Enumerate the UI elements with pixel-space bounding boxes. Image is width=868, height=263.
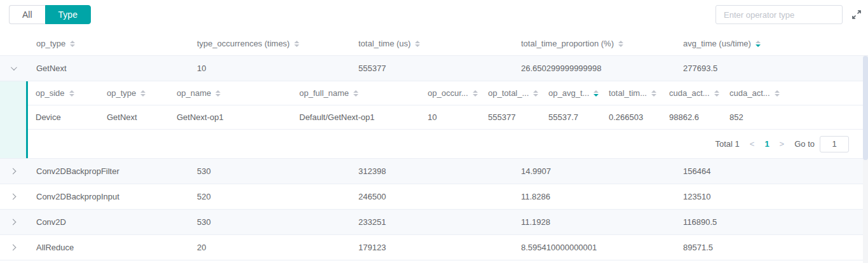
col-total-time: total_time (us) — [348, 39, 510, 48]
detail-table-row[interactable]: Device GetNext GetNext-op1 Default/GetNe… — [28, 105, 868, 130]
table-row-conv2d[interactable]: Conv2D 530 233251 11.1928 116890.5 — [0, 210, 868, 235]
expand-row-icon[interactable] — [0, 184, 25, 209]
col-total-time-prop2-label: total_tim... — [609, 88, 647, 98]
expand-accent-bar — [26, 81, 28, 158]
col-avg-time-label: avg_time (us/time) — [683, 39, 751, 48]
col-op-occurrences-label: op_occur... — [428, 88, 468, 98]
cell-op-type: GetNext — [25, 64, 186, 73]
col-type-occurrences: type_occurrences (times) — [186, 39, 348, 48]
collapse-row-icon[interactable] — [0, 56, 25, 81]
cell-total-time: 312398 — [348, 166, 510, 176]
sort-icon[interactable] — [714, 90, 719, 97]
col-op-full-name: op_full_name — [292, 88, 420, 98]
cell-op-type: GetNext — [99, 112, 169, 122]
pagination-next-button[interactable]: > — [780, 139, 785, 149]
cell-type-occurrences: 530 — [186, 166, 348, 176]
table-row-getnext[interactable]: GetNext 10 555377 26.650299999999998 277… — [0, 56, 868, 81]
col-cuda-activity-1: cuda_act... — [661, 88, 722, 98]
toolbar-right — [715, 5, 862, 24]
sort-icon[interactable] — [69, 90, 74, 97]
col-op-type-label: op_type — [36, 39, 65, 48]
cell-total-time: 233251 — [348, 217, 510, 227]
cell-op-avg-time: 55537.7 — [541, 112, 601, 122]
all-tab-button[interactable]: All — [9, 5, 45, 24]
cell-total-time: 246500 — [348, 192, 510, 201]
table-scrollbar-thumb[interactable] — [863, 56, 868, 160]
col-op-name-label: op_name — [177, 88, 211, 98]
col-cuda-activity-1-label: cuda_act... — [669, 88, 710, 98]
cell-avg-time: 116890.5 — [672, 217, 868, 227]
expand-row-icon[interactable] — [0, 235, 25, 260]
cell-op-type: Conv2D — [25, 217, 186, 227]
main-table-header: op_type type_occurrences (times) total_t… — [0, 32, 868, 56]
scope-button-group: All Type — [9, 5, 91, 24]
col-cuda-activity-2-label: cuda_act... — [729, 88, 770, 98]
col-type-occurrences-label: type_occurrences (times) — [197, 39, 290, 48]
type-tab-button[interactable]: Type — [45, 5, 91, 24]
cell-op-type: Conv2DBackpropInput — [25, 192, 186, 201]
pagination-page-1[interactable]: 1 — [764, 139, 769, 149]
expand-gutter — [0, 81, 26, 158]
pagination-goto: Go to — [794, 136, 849, 152]
cell-avg-time: 156464 — [672, 166, 868, 176]
expand-row-icon[interactable] — [0, 159, 25, 184]
cell-avg-time: 123510 — [672, 192, 868, 201]
col-op-total-time: op_total_... — [480, 88, 541, 98]
sort-icon[interactable] — [775, 90, 780, 97]
cell-total-time-proportion: 26.650299999999998 — [510, 64, 672, 73]
sort-icon[interactable] — [756, 41, 761, 47]
cell-op-total-time: 555377 — [480, 112, 541, 122]
col-op-name: op_name — [169, 88, 292, 98]
cell-total-time: 179123 — [348, 243, 510, 252]
getnext-detail-panel: op_side op_type op_name op_full_name op_… — [0, 81, 868, 159]
pagination-prev-button[interactable]: < — [750, 139, 755, 149]
cell-op-occurrences: 10 — [420, 112, 480, 122]
detail-table-header: op_side op_type op_name op_full_name op_… — [28, 81, 868, 105]
cell-type-occurrences: 20 — [186, 243, 348, 252]
cell-total-time-proportion: 8.595410000000001 — [510, 243, 672, 252]
sort-icon[interactable] — [533, 90, 538, 97]
sort-icon[interactable] — [140, 90, 146, 97]
fullscreen-expand-icon[interactable] — [851, 10, 862, 20]
col-total-time-proportion-label: total_time_proportion (%) — [521, 39, 614, 48]
sort-icon[interactable] — [70, 41, 75, 47]
sort-icon[interactable] — [215, 90, 220, 97]
cell-avg-time: 89571.5 — [672, 243, 868, 252]
cell-op-side: Device — [28, 112, 99, 122]
sort-icon[interactable] — [294, 41, 299, 47]
cell-op-type: Conv2DBackpropFilter — [25, 166, 186, 176]
col-op-full-name-label: op_full_name — [299, 88, 349, 98]
col-total-time-prop2: total_tim... — [601, 88, 661, 98]
col-op-avg-time: op_avg_t... — [541, 88, 601, 98]
sort-icon[interactable] — [651, 90, 656, 97]
expand-row-icon[interactable] — [0, 210, 25, 234]
sort-icon[interactable] — [473, 90, 478, 97]
table-row-conv2dbackpropfilter[interactable]: Conv2DBackpropFilter 530 312398 14.9907 … — [0, 159, 868, 184]
table-row-allreduce[interactable]: AllReduce 20 179123 8.595410000000001 89… — [0, 235, 868, 260]
cell-total-time-proportion: 14.9907 — [510, 166, 672, 176]
cell-type-occurrences: 520 — [186, 192, 348, 201]
col-op-avg-time-label: op_avg_t... — [548, 88, 589, 98]
col-total-time-label: total_time (us) — [358, 39, 410, 48]
sort-icon[interactable] — [593, 90, 599, 97]
table-scrollbar-track[interactable] — [863, 56, 868, 263]
pagination-total: Total 1 — [715, 139, 739, 149]
operator-type-panel: All Type op_type type_occurrences (times… — [0, 0, 868, 263]
cell-op-name: GetNext-op1 — [169, 112, 292, 122]
cell-total-time-proportion: 11.1928 — [510, 217, 672, 227]
cell-total-time-proportion: 11.8286 — [510, 192, 672, 201]
cell-total-time-proportion: 0.266503 — [601, 112, 661, 122]
cell-cuda-activity-1: 98862.6 — [661, 112, 722, 122]
sort-icon[interactable] — [353, 90, 358, 97]
col-total-time-proportion: total_time_proportion (%) — [510, 39, 672, 48]
cell-avg-time: 277693.5 — [672, 64, 868, 73]
col-op-total-time-label: op_total_... — [488, 88, 529, 98]
col-op-occurrences: op_occur... — [420, 88, 480, 98]
col-op-type2-label: op_type — [107, 88, 136, 98]
sort-icon[interactable] — [415, 41, 420, 47]
table-row-conv2dbackpropinput[interactable]: Conv2DBackpropInput 520 246500 11.8286 1… — [0, 184, 868, 210]
sort-icon[interactable] — [618, 41, 623, 47]
pagination-goto-label: Go to — [794, 139, 815, 149]
pagination-goto-input[interactable] — [820, 136, 849, 152]
operator-type-search-input[interactable] — [715, 5, 843, 24]
